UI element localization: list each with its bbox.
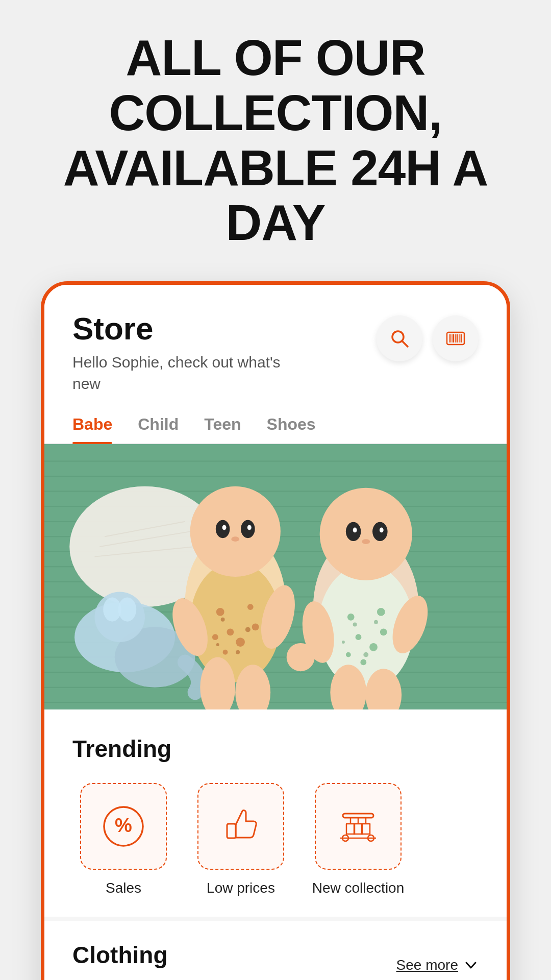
hero-title-line1: ALL OF OUR COLLECTION, [109,30,442,141]
see-more-button[interactable]: See more [396,957,479,973]
svg-line-1 [402,341,408,347]
svg-point-68 [360,659,366,666]
svg-point-54 [247,525,252,530]
clothing-section: Clothing See more [44,917,507,980]
barcode-icon [444,327,467,350]
header-icons [377,315,479,361]
header-left: Store Hello Sophie, check out what's new [72,310,287,395]
search-icon [388,327,411,350]
lowprice-icon [218,803,264,849]
phone-inner: Store Hello Sophie, check out what's new [44,285,507,980]
sales-icon-box: % [80,783,167,870]
lowprice-label: Low prices [207,880,275,896]
svg-point-41 [227,629,234,636]
svg-point-77 [380,528,384,533]
tab-babe[interactable]: Babe [72,415,112,443]
svg-point-45 [212,634,218,640]
svg-point-73 [320,488,412,580]
trending-item-newcollection[interactable]: New collection [307,783,409,896]
svg-point-65 [369,643,378,651]
svg-point-43 [223,650,228,655]
svg-point-69 [353,623,357,627]
svg-point-49 [216,643,219,646]
phone-frame: Store Hello Sophie, check out what's new [41,281,510,980]
hero-title: ALL OF OUR COLLECTION, AVAILABLE 24H A D… [46,31,505,251]
sales-label: Sales [106,880,141,896]
svg-point-63 [377,608,385,616]
svg-point-72 [342,641,345,644]
store-title: Store [72,310,287,347]
svg-point-64 [356,634,362,640]
svg-point-71 [363,652,368,657]
svg-text:%: % [115,815,132,836]
tab-shoes[interactable]: Shoes [267,415,316,443]
svg-point-46 [221,618,225,622]
svg-point-44 [252,624,259,631]
svg-point-70 [374,620,378,624]
svg-point-36 [118,598,136,622]
svg-point-55 [231,536,239,542]
svg-point-53 [222,525,227,530]
chevron-down-icon [463,958,479,973]
svg-point-34 [94,592,144,642]
svg-point-48 [236,650,240,654]
tab-teen[interactable]: Teen [204,415,241,443]
svg-rect-86 [227,824,236,838]
svg-point-76 [353,528,357,533]
hero-image [44,444,507,709]
trending-item-sales[interactable]: % Sales [72,783,174,896]
category-tabs: Babe Child Teen Shoes [44,395,507,444]
see-more-label: See more [396,957,458,973]
trending-title: Trending [72,735,479,763]
greeting-text: Hello Sophie, check out what's new [72,352,287,395]
svg-point-78 [362,539,370,544]
sales-icon: % [101,803,146,849]
svg-point-62 [347,614,355,621]
search-button[interactable] [377,315,422,361]
tab-child[interactable]: Child [138,415,179,443]
hero-title-line2: AVAILABLE 24H A DAY [63,140,488,251]
svg-point-42 [236,638,245,647]
svg-point-67 [380,629,387,636]
svg-point-40 [247,604,254,610]
svg-point-66 [346,652,351,657]
trending-section: Trending % Sales [44,709,507,917]
trending-items: % Sales Low prices [72,783,479,896]
babies-illustration [44,444,507,709]
svg-point-50 [190,486,281,577]
lowprice-icon-box [197,783,284,870]
clothing-section-header: Clothing See more [72,941,479,980]
newcollection-icon-box [315,783,402,870]
clothing-title: Clothing [72,941,168,969]
svg-point-83 [287,643,315,671]
newcollection-icon [335,803,381,849]
trending-item-lowprice[interactable]: Low prices [190,783,292,896]
newcollection-label: New collection [312,880,405,896]
svg-rect-87 [343,814,373,818]
app-header: Store Hello Sophie, check out what's new [44,285,507,395]
svg-point-39 [216,608,224,616]
svg-point-47 [245,627,251,632]
barcode-button[interactable] [433,315,479,361]
